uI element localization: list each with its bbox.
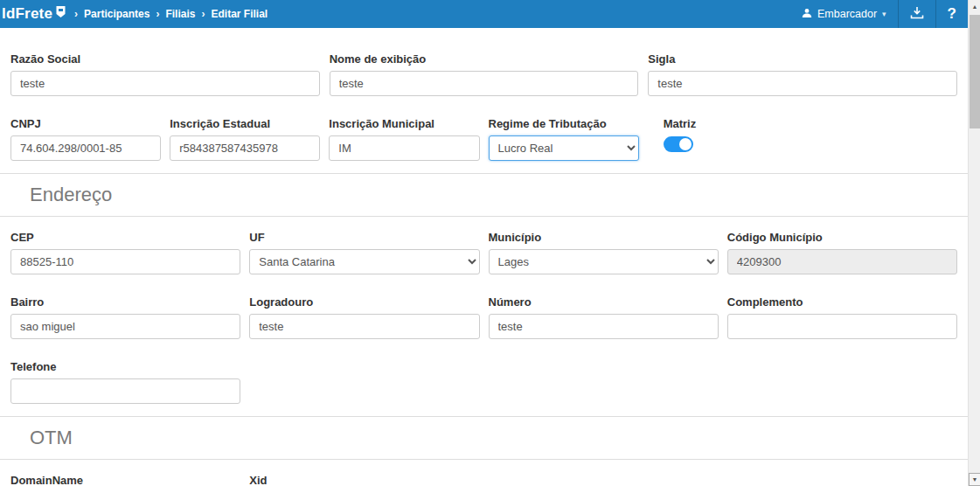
breadcrumb-editar-filial[interactable]: Editar Filial [211,8,268,20]
razao-social-input[interactable] [10,71,320,96]
matriz-label: Matriz [664,117,798,130]
chevron-right-icon: › [201,8,205,20]
field-telefone: Telefone [10,360,240,404]
field-bairro: Bairro [10,295,240,339]
cep-input[interactable] [10,249,240,274]
field-codigo-municipio: Código Município [727,231,957,274]
field-cep: CEP [10,231,240,274]
row2-spacer [807,117,957,161]
help-button[interactable]: ? [935,0,968,28]
xid-label: Xid [249,474,479,486]
chevron-right-icon: › [156,8,159,20]
logo-icon [56,6,66,17]
codigo-municipio-input [727,249,957,274]
otm-section-title: OTM [0,416,968,460]
field-domain-name: DomainName [10,474,240,486]
domain-name-label: DomainName [10,474,240,486]
numero-input[interactable] [489,314,719,339]
toggle-knob [679,138,692,150]
bairro-label: Bairro [10,295,240,309]
app-logo[interactable]: ldFrete [0,5,66,23]
field-inscricao-municipal: Inscrição Municipal [329,117,479,161]
nome-exibicao-label: Nome de exibição [330,52,639,66]
form-row-5: Telefone [10,360,957,404]
form-row-4: Bairro Logradouro Número Complemento [10,295,957,339]
complemento-label: Complemento [727,295,957,309]
cnpj-input[interactable] [10,135,161,161]
cnpj-label: CNPJ [10,117,161,130]
inscricao-estadual-input[interactable] [170,135,320,161]
matriz-toggle[interactable] [664,136,693,152]
regime-tributacao-select[interactable]: Lucro Real [489,135,639,161]
breadcrumb: › Participantes › Filiais › Editar Filia… [74,8,268,20]
bairro-input[interactable] [10,314,240,339]
complemento-input[interactable] [727,314,957,339]
field-razao-social: Razão Social [10,52,320,96]
form-row-6: DomainName Xid [10,474,957,486]
municipio-select[interactable]: Lages [489,249,719,274]
field-sigla: Sigla [648,52,957,96]
inscricao-estadual-label: Inscrição Estadual [170,117,320,130]
telefone-input[interactable] [10,378,240,404]
chevron-down-icon: ▾ [882,10,886,18]
municipio-label: Município [489,231,719,244]
inscricao-municipal-label: Inscrição Municipal [329,117,479,130]
chevron-right-icon: › [74,8,78,20]
top-navbar: ldFrete › Participantes › Filiais › Edit… [0,0,968,28]
inscricao-municipal-input[interactable] [329,135,479,161]
field-logradouro: Logradouro [249,295,479,339]
logradouro-label: Logradouro [249,295,479,309]
scroll-up-icon[interactable]: ▲ [969,0,980,13]
edit-filial-form: Razão Social Nome de exibição Sigla CNPJ… [0,28,968,486]
form-row-1: Razão Social Nome de exibição Sigla [10,52,957,96]
download-icon [910,6,924,22]
uf-label: UF [249,231,479,244]
scroll-down-icon[interactable]: ▼ [969,473,980,486]
codigo-municipio-label: Código Município [727,231,957,244]
form-row-2: CNPJ Inscrição Estadual Inscrição Munici… [10,117,957,161]
user-menu-button[interactable]: Embarcador ▾ [790,0,898,28]
breadcrumb-participantes[interactable]: Participantes [84,8,149,20]
field-matriz: Matriz [664,117,798,161]
vertical-scrollbar[interactable]: ▲ ▼ [968,0,980,486]
numero-label: Número [489,295,719,309]
help-label: ? [948,5,956,23]
field-nome-exibicao: Nome de exibição [330,52,639,96]
breadcrumb-filiais[interactable]: Filiais [165,8,195,20]
user-menu-label: Embarcador [817,8,877,20]
nome-exibicao-input[interactable] [330,71,639,96]
logo-text: ldFrete [2,5,52,23]
sigla-input[interactable] [648,71,957,96]
field-inscricao-estadual: Inscrição Estadual [170,117,320,161]
field-municipio: Município Lages [489,231,719,274]
field-regime-tributacao: Regime de Tributação Lucro Real [489,117,639,161]
regime-tributacao-label: Regime de Tributação [489,117,639,130]
razao-social-label: Razão Social [10,52,320,66]
scrollbar-thumb[interactable] [970,15,980,128]
telefone-label: Telefone [10,360,240,373]
logradouro-input[interactable] [249,314,479,339]
sigla-label: Sigla [648,52,957,66]
field-complemento: Complemento [727,295,957,339]
field-uf: UF Santa Catarina [249,231,479,274]
uf-select[interactable]: Santa Catarina [249,249,479,274]
field-numero: Número [489,295,719,339]
header-actions: Embarcador ▾ ? [790,0,968,28]
form-row-3: CEP UF Santa Catarina Município Lages Có… [10,231,957,274]
endereco-section-title: Endereço [0,173,968,217]
field-xid: Xid [249,474,479,486]
field-cnpj: CNPJ [10,117,161,161]
cep-label: CEP [10,231,240,244]
download-button[interactable] [898,0,935,28]
user-icon [802,8,812,21]
